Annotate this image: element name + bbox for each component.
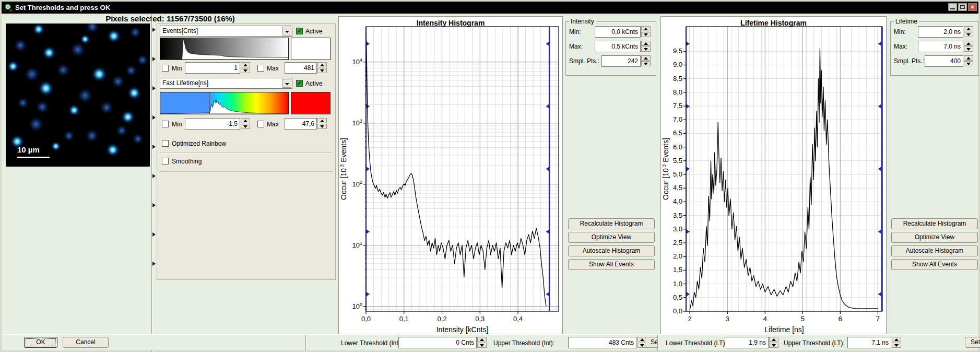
lower-threshold-int-spinner[interactable] xyxy=(477,337,487,348)
intensity-min-field[interactable]: 1 xyxy=(185,62,240,74)
intensity-channel-select[interactable]: Events[Cnts] xyxy=(160,26,292,37)
spin-up-icon[interactable] xyxy=(641,55,651,61)
intensity-min-spinner[interactable] xyxy=(241,62,250,74)
threshold-arrow-icon[interactable] xyxy=(687,104,690,109)
threshold-arrow-icon[interactable] xyxy=(687,229,690,233)
intensity-smpl-pts-field[interactable]: 242 xyxy=(601,55,641,67)
lifetime-max-setting-field[interactable]: 7,0 ns xyxy=(918,41,963,52)
lower-threshold-lt-spinner[interactable] xyxy=(769,337,778,348)
spin-up-icon[interactable] xyxy=(641,26,651,31)
lifetime-channel-select[interactable]: Fast Lifetime[ns] xyxy=(160,78,292,89)
title-bar[interactable]: 64 Set Thresholds and press OK ✕ xyxy=(2,2,978,14)
intensity-histogram-chart[interactable]: 0,00,10,20,30,4100101102103104Intensity … xyxy=(339,17,562,335)
intensity-active-checkbox[interactable] xyxy=(296,28,303,34)
intensity-gradient-bar[interactable] xyxy=(160,38,289,60)
upper-threshold-lt-spinner[interactable] xyxy=(892,337,901,348)
cancel-button[interactable]: Cancel xyxy=(63,337,109,348)
lifetime-show-all-events-button[interactable]: Show All Events xyxy=(891,259,978,270)
spin-down-icon[interactable] xyxy=(769,343,778,348)
intensity-max-spinner[interactable] xyxy=(317,62,327,74)
lifetime-min-checkbox[interactable] xyxy=(162,121,169,127)
threshold-arrow-icon[interactable] xyxy=(687,167,690,171)
lifetime-min-setting-field[interactable]: 2,0 ns xyxy=(918,26,963,38)
lifetime-recalculate-histogram-button[interactable]: Recalculate Histogram xyxy=(891,218,978,229)
spin-up-icon[interactable] xyxy=(241,62,250,67)
spin-down-icon[interactable] xyxy=(892,343,901,348)
spin-up-icon[interactable] xyxy=(892,337,901,342)
spin-down-icon[interactable] xyxy=(241,124,250,129)
splitter-arrow-icon[interactable] xyxy=(152,203,156,207)
intensity-show-all-events-button[interactable]: Show All Events xyxy=(568,259,655,270)
spin-up-icon[interactable] xyxy=(769,337,778,342)
set-thresholds-int-button[interactable]: Set t xyxy=(645,337,657,348)
spin-up-icon[interactable] xyxy=(964,41,973,46)
splitter-arrow-icon[interactable] xyxy=(152,262,156,266)
spin-down-icon[interactable] xyxy=(477,343,487,348)
intensity-max-field[interactable]: 481 xyxy=(285,62,317,74)
spin-down-icon[interactable] xyxy=(641,32,651,37)
lifetime-max-checkbox[interactable] xyxy=(257,121,264,127)
panel-splitter-handles[interactable] xyxy=(152,24,157,285)
threshold-arrow-icon[interactable] xyxy=(878,167,881,171)
lifetime-gradient-bar[interactable] xyxy=(160,92,289,114)
ok-button[interactable]: OK xyxy=(24,337,57,348)
lifetime-min-field[interactable]: -1,5 xyxy=(185,118,240,130)
threshold-arrow-icon[interactable] xyxy=(687,292,690,296)
threshold-arrow-icon[interactable] xyxy=(546,167,549,171)
threshold-arrow-icon[interactable] xyxy=(687,42,690,46)
threshold-arrow-icon[interactable] xyxy=(878,42,881,46)
threshold-arrow-icon[interactable] xyxy=(878,104,881,109)
intensity-min-setting-spinner[interactable] xyxy=(641,26,651,38)
intensity-max-setting-spinner[interactable] xyxy=(641,41,651,52)
lifetime-smpl-pts-spinner[interactable] xyxy=(964,55,973,67)
splitter-arrow-icon[interactable] xyxy=(152,232,156,237)
lifetime-min-spinner[interactable] xyxy=(241,118,250,130)
intensity-max-setting-field[interactable]: 0,5 kCnts xyxy=(595,41,641,52)
lifetime-max-field[interactable]: 47,6 xyxy=(285,118,317,130)
optimized-rainbow-checkbox[interactable] xyxy=(162,140,169,147)
close-button[interactable]: ✕ xyxy=(968,3,977,11)
threshold-arrow-icon[interactable] xyxy=(546,229,549,233)
chevron-down-icon[interactable] xyxy=(282,79,291,88)
splitter-arrow-icon[interactable] xyxy=(152,57,156,61)
upper-threshold-lt-field[interactable]: 7,1 ns xyxy=(847,337,891,348)
spin-up-icon[interactable] xyxy=(317,118,327,123)
splitter-arrow-icon[interactable] xyxy=(152,28,156,32)
spin-down-icon[interactable] xyxy=(964,46,973,52)
threshold-arrow-icon[interactable] xyxy=(546,292,549,296)
lower-threshold-lt-field[interactable]: 1,9 ns xyxy=(725,337,769,348)
chevron-down-icon[interactable] xyxy=(282,27,291,36)
spin-down-icon[interactable] xyxy=(964,61,973,66)
lifetime-min-setting-spinner[interactable] xyxy=(964,26,973,38)
spin-down-icon[interactable] xyxy=(317,124,327,129)
spin-up-icon[interactable] xyxy=(964,55,973,61)
threshold-arrow-icon[interactable] xyxy=(878,229,881,233)
lifetime-smpl-pts-field[interactable]: 400 xyxy=(925,55,963,67)
spin-down-icon[interactable] xyxy=(241,68,250,73)
lifetime-active-checkbox[interactable] xyxy=(296,80,303,87)
spin-down-icon[interactable] xyxy=(641,61,651,66)
microscopy-image[interactable]: 10 µm xyxy=(6,24,150,167)
threshold-arrow-icon[interactable] xyxy=(367,292,370,296)
maximize-button[interactable] xyxy=(958,3,967,11)
set-thresholds-lt-button[interactable]: Set t xyxy=(965,337,980,348)
intensity-autoscale-histogram-button[interactable]: Autoscale Histogram xyxy=(568,245,655,256)
intensity-min-setting-field[interactable]: 0,0 kCnts xyxy=(595,26,641,38)
splitter-arrow-icon[interactable] xyxy=(152,174,156,178)
spin-down-icon[interactable] xyxy=(964,32,973,37)
spin-up-icon[interactable] xyxy=(241,118,250,123)
splitter-arrow-icon[interactable] xyxy=(152,115,156,120)
spin-up-icon[interactable] xyxy=(317,62,327,67)
lifetime-max-spinner[interactable] xyxy=(317,118,327,130)
intensity-recalculate-histogram-button[interactable]: Recalculate Histogram xyxy=(568,218,655,229)
spin-up-icon[interactable] xyxy=(641,41,651,46)
splitter-arrow-icon[interactable] xyxy=(152,86,156,90)
spin-down-icon[interactable] xyxy=(317,68,327,73)
threshold-arrow-icon[interactable] xyxy=(367,167,370,171)
threshold-arrow-icon[interactable] xyxy=(367,229,370,233)
intensity-min-checkbox[interactable] xyxy=(162,65,169,72)
intensity-max-checkbox[interactable] xyxy=(257,65,264,72)
lower-threshold-int-field[interactable]: 0 Cnts xyxy=(398,337,477,348)
intensity-smpl-pts-spinner[interactable] xyxy=(641,55,651,67)
spin-down-icon[interactable] xyxy=(641,46,651,52)
